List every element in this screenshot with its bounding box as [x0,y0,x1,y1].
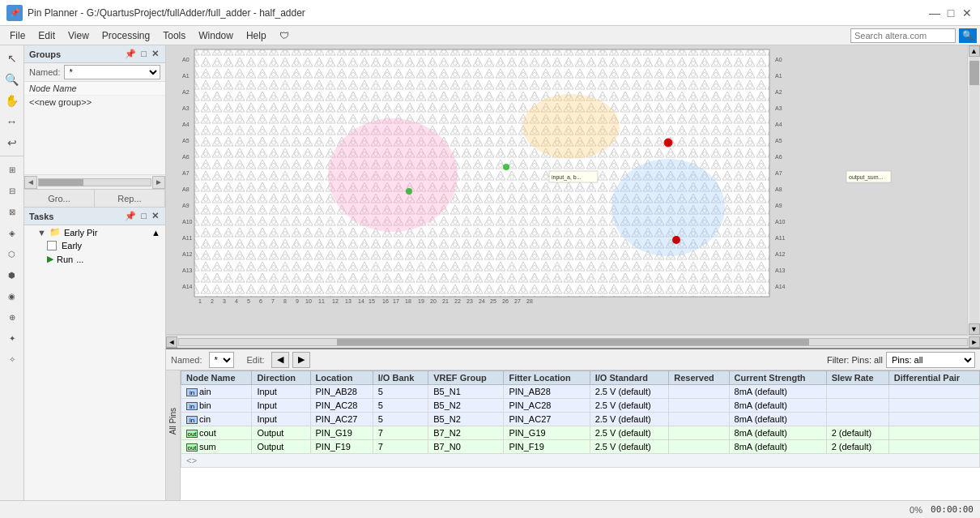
vscroll-down[interactable]: ▼ [969,323,980,335]
col-slew-rate[interactable]: Slew Rate [826,371,888,385]
right-scrollbar[interactable]: ▲ ▼ [967,45,980,335]
close-button[interactable]: ✕ [961,6,974,19]
cell-bank: 5 [373,399,428,413]
scroll-track[interactable] [38,178,151,186]
svg-text:A5: A5 [182,138,190,143]
task-run-label: Run [57,255,73,264]
vscroll-track[interactable] [969,57,979,323]
pin-named-select[interactable]: * [209,352,234,368]
tool-9[interactable]: ✦ [2,328,22,348]
pin-table-wrapper[interactable]: Node Name Direction Location I/O Bank VR… [181,370,980,518]
tool-8[interactable]: ⊕ [2,307,22,327]
svg-text:16: 16 [382,298,389,304]
task-early-checkbox[interactable]: Early [24,239,165,252]
new-node-row[interactable]: <> [181,454,980,468]
hscroll-left[interactable]: ◄ [166,336,177,348]
tool-resize[interactable]: ↔ [2,112,22,131]
pin-filter-select[interactable]: Pins: all Pins: assigned Pins: unassigne… [886,352,975,368]
menu-tools[interactable]: Tools [156,28,192,43]
tool-1[interactable]: ⊞ [2,160,22,179]
tab-reports[interactable]: Rep... [95,190,165,207]
table-row[interactable]: outsum Output PIN_F19 7 B7_N0 PIN_F19 2.… [181,440,980,454]
col-vref-group[interactable]: VREF Group [428,371,504,385]
hscroll-right[interactable]: ► [969,336,980,348]
vscroll-up[interactable]: ▲ [969,45,980,57]
svg-text:25: 25 [490,298,496,304]
status-time: 00:00:00 [931,504,974,515]
col-node-name[interactable]: Node Name [181,371,252,385]
hscroll-track[interactable] [178,338,968,346]
tool-10[interactable]: ✧ [2,349,22,369]
table-row[interactable]: inain Input PIN_AB28 5 B5_N1 PIN_AB28 2.… [181,385,980,399]
tool-6[interactable]: ⬢ [2,265,22,285]
search-input[interactable] [850,28,956,43]
tool-pan[interactable]: ✋ [2,91,22,110]
groups-tabs: Gro... Rep... [24,189,165,207]
groups-named-label: Named: [29,67,61,77]
tool-3[interactable]: ⊠ [2,202,22,221]
cell-vref: B5_N2 [428,413,504,426]
tasks-panel-header: Tasks 📌 □ ✕ [24,208,165,225]
menu-shield[interactable]: 🛡 [273,28,296,43]
table-row[interactable]: incin Input PIN_AC27 5 B5_N2 PIN_AC27 2.… [181,413,980,426]
svg-text:7: 7 [271,298,275,304]
groups-scrollbar[interactable]: ◄ ► [24,174,165,189]
menu-view[interactable]: View [62,28,96,43]
cell-standard: 2.5 V (default) [590,385,669,399]
pin-edit-prev[interactable]: ◀ [271,352,289,368]
menu-edit[interactable]: Edit [32,28,62,43]
menu-help[interactable]: Help [240,28,273,43]
pin-edit-label: Edit: [247,355,265,365]
svg-text:A12: A12 [182,251,193,257]
groups-pin-action[interactable]: 📌 [123,48,138,60]
col-reserved[interactable]: Reserved [669,371,729,385]
table-row[interactable]: inbin Input PIN_AC28 5 B5_N2 PIN_AC28 2.… [181,399,980,413]
minimize-button[interactable]: — [928,6,941,19]
groups-close-action[interactable]: ✕ [150,48,160,60]
col-fitter-location[interactable]: Fitter Location [504,371,590,385]
menu-processing[interactable]: Processing [96,28,156,43]
menu-window[interactable]: Window [192,28,240,43]
cell-reserved [669,385,729,399]
col-direction[interactable]: Direction [252,371,310,385]
tasks-max-action[interactable]: □ [139,210,148,222]
new-group-item[interactable]: <<new group>> [24,96,165,109]
scroll-right[interactable]: ► [152,176,165,189]
task-early-folder[interactable]: ▼ 📁 Early Pir ▲ [24,225,165,239]
pin-edit-next[interactable]: ▶ [292,352,310,368]
tasks-close-action[interactable]: ✕ [150,210,160,222]
col-io-standard[interactable]: I/O Standard [590,371,669,385]
svg-text:A8: A8 [182,186,190,192]
tool-4[interactable]: ◈ [2,223,22,242]
cell-strength: 8mA (default) [729,440,826,454]
tasks-pin-action[interactable]: 📌 [123,210,138,222]
col-current-strength[interactable]: Current Strength [729,371,826,385]
col-diff-pair[interactable]: Differential Pair [888,371,979,385]
col-io-bank[interactable]: I/O Bank [373,371,428,385]
search-button[interactable]: 🔍 [959,28,977,43]
svg-text:23: 23 [467,298,473,304]
maximize-button[interactable]: □ [944,6,957,19]
tool-select[interactable]: ↖ [2,49,22,68]
all-pins-tab[interactable]: All Pins [167,403,179,439]
chip-hscroll[interactable]: ◄ ► [166,335,980,348]
tool-zoom[interactable]: 🔍 [2,70,22,89]
svg-text:A1: A1 [775,73,782,79]
groups-named-select[interactable]: * [64,65,160,79]
table-row[interactable]: outcout Output PIN_G19 7 B7_N2 PIN_G19 2… [181,426,980,440]
task-run[interactable]: ▶ Run ... [24,252,165,266]
groups-max-action[interactable]: □ [139,48,148,60]
groups-title: Groups [29,49,123,59]
tab-groups[interactable]: Gro... [24,190,95,207]
tool-undo[interactable]: ↩ [2,133,22,152]
svg-text:A14: A14 [182,284,193,289]
svg-text:A2: A2 [775,89,782,95]
cell-location: PIN_AC28 [310,399,373,413]
tool-5[interactable]: ⬡ [2,244,22,263]
chip-view[interactable]: input_a, b... output_sum... 1 2 3 4 5 6 … [166,45,967,335]
col-location[interactable]: Location [310,371,373,385]
menu-file[interactable]: File [3,28,32,43]
scroll-left[interactable]: ◄ [24,176,37,189]
tool-2[interactable]: ⊟ [2,181,22,200]
tool-7[interactable]: ◉ [2,286,22,306]
